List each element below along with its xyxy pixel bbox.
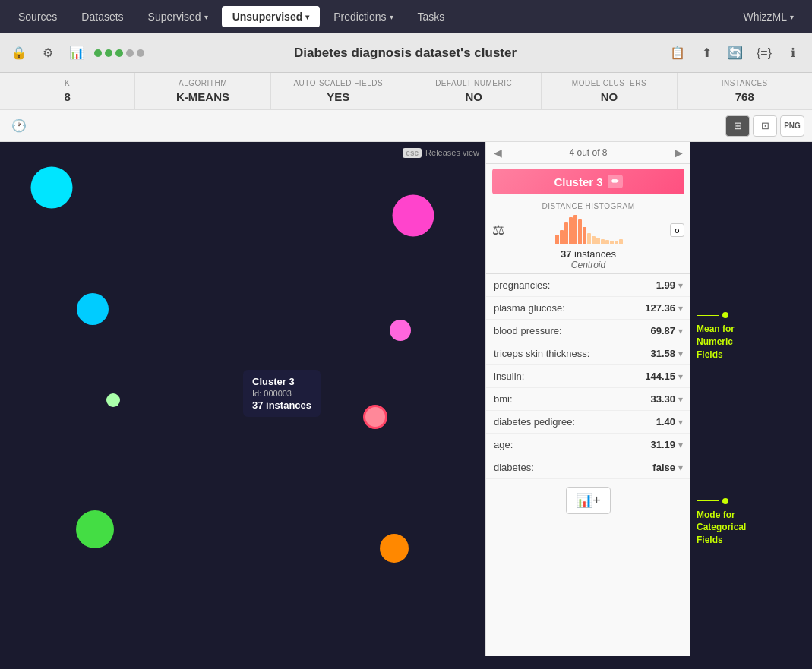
cluster-tooltip: Cluster 3 Id: 000003 37 instances (243, 370, 321, 417)
field-caret-4: ▾ (678, 371, 683, 382)
dot-2 (105, 49, 112, 57)
panel-nav: ◀ 4 out of 8 ▶ (486, 142, 690, 164)
field-diabetes[interactable]: diabetes: false ▾ (486, 456, 690, 479)
upload-icon[interactable]: ⬆ (695, 42, 718, 65)
bubble-magenta-large[interactable] (393, 195, 434, 237)
supervised-caret: ▾ (204, 13, 208, 21)
bubble-cyan-medium[interactable] (77, 293, 109, 325)
cluster-name: Cluster 3 (554, 175, 602, 188)
toolbar: 🔒 ⚙ 📊 Diabetes diagnosis dataset's clust… (0, 33, 812, 73)
field-insulin[interactable]: insulin: 144.15 ▾ (486, 365, 690, 388)
nav-predictions[interactable]: Predictions ▾ (323, 6, 403, 27)
predictions-caret: ▾ (390, 13, 393, 21)
bubble-cyan-large[interactable] (31, 167, 73, 209)
stat-instances: Instances 768 (678, 73, 812, 109)
progress-dots (94, 49, 144, 57)
balance-icon: ⚖ (492, 222, 504, 238)
info-icon[interactable]: ℹ (782, 42, 804, 65)
grid-btn[interactable]: ⊡ (753, 115, 777, 137)
ann-dot-numeric (722, 312, 728, 318)
bubble-green-large[interactable] (76, 510, 114, 548)
instances-text: 37 instances (561, 248, 616, 260)
nav-tasks[interactable]: Tasks (407, 6, 456, 27)
bubble-orange[interactable] (380, 534, 409, 563)
config-icon[interactable]: 📊 (65, 42, 88, 65)
panel-prev-btn[interactable]: ◀ (494, 147, 502, 159)
cluster-header: Cluster 3 ✏ (492, 169, 684, 194)
field-age[interactable]: age: 31.19 ▾ (486, 434, 690, 456)
field-plasma-glucose[interactable]: plasma glucose: 127.36 ▾ (486, 297, 690, 320)
field-caret-1: ▾ (678, 303, 683, 314)
edit-icon[interactable]: ✏ (608, 175, 623, 188)
whizzml-caret: ▾ (790, 13, 794, 21)
main-area: esc Releases view Cluster 3 Id: 000003 3… (0, 142, 812, 656)
annotation-categorical-text: Mode forCategoricalFields (697, 509, 806, 547)
model-icon[interactable]: ⚙ (36, 42, 59, 65)
histogram-bars (555, 213, 623, 244)
whizzml-menu[interactable]: WhizzML ▾ (732, 6, 804, 27)
hist-bar-11 (601, 239, 605, 244)
fields-list: pregnancies: 1.99 ▾ plasma glucose: 127.… (486, 274, 690, 479)
hist-bar-8 (587, 233, 591, 244)
scatter-btn[interactable]: ⊞ (725, 115, 750, 137)
field-triceps[interactable]: triceps skin thickness: 31.58 ▾ (486, 342, 690, 365)
lock-icon[interactable]: 🔒 (8, 42, 30, 65)
refresh-icon[interactable]: 🔄 (724, 42, 747, 65)
nav-datasets[interactable]: Datasets (71, 6, 134, 27)
hist-bar-6 (578, 219, 582, 244)
ann-dot-categorical (722, 498, 728, 504)
dot-5 (137, 49, 144, 57)
field-caret-2: ▾ (678, 326, 683, 336)
annotation-categorical: Mode forCategoricalFields (697, 498, 806, 547)
field-caret-0: ▾ (678, 280, 683, 291)
field-blood-pressure[interactable]: blood pressure: 69.87 ▾ (486, 320, 690, 342)
tooltip-id: Id: 000003 (252, 389, 311, 398)
hist-bar-3 (564, 222, 568, 244)
history-icon[interactable]: 🕐 (8, 115, 30, 137)
field-bmi[interactable]: bmi: 33.30 ▾ (486, 388, 690, 411)
hist-bar-14 (615, 241, 618, 244)
code-icon[interactable]: {=} (753, 42, 776, 65)
field-caret-5: ▾ (678, 394, 683, 405)
nav-sources[interactable]: Sources (8, 6, 68, 27)
hist-bar-15 (619, 239, 623, 244)
unsupervised-caret: ▾ (305, 13, 309, 21)
hist-bar-7 (583, 227, 586, 244)
panel-next-btn[interactable]: ▶ (675, 147, 683, 159)
dot-3 (115, 49, 123, 57)
centroid-label: Centroid (492, 260, 684, 270)
field-caret-6: ▾ (678, 417, 683, 428)
nav-supervised[interactable]: Supervised ▾ (137, 6, 219, 27)
sigma-btn[interactable]: σ (670, 223, 684, 237)
tooltip-title: Cluster 3 (252, 376, 311, 387)
esc-hint: esc Releases view (403, 148, 479, 157)
dot-4 (126, 49, 134, 57)
field-pregnancies[interactable]: pregnancies: 1.99 ▾ (486, 274, 690, 297)
png-btn[interactable]: PNG (780, 115, 804, 137)
stat-k: K 8 (0, 73, 135, 109)
hist-bar-5 (573, 215, 577, 244)
histogram-section: DISTANCE HISTOGRAM ⚖ (486, 199, 690, 274)
top-nav: Sources Datasets Supervised ▾ Unsupervis… (0, 0, 812, 33)
clipboard-icon[interactable]: 📋 (666, 42, 689, 65)
viz-controls: 🕐 ⊞ ⊡ PNG (0, 110, 812, 142)
field-caret-3: ▾ (678, 349, 683, 359)
page-title: Diabetes diagnosis dataset's cluster (150, 46, 660, 61)
hist-bar-9 (592, 236, 596, 244)
add-chart-btn[interactable]: 📊+ (566, 487, 611, 514)
bubble-cluster3[interactable] (363, 405, 387, 429)
field-diabetes-pedigree[interactable]: diabetes pedigree: 1.40 ▾ (486, 411, 690, 434)
dot-1 (94, 49, 102, 57)
hist-bar-2 (560, 230, 564, 244)
hist-bar-13 (610, 241, 614, 244)
bubble-magenta-small[interactable] (390, 320, 411, 341)
scatter-area[interactable]: esc Releases view Cluster 3 Id: 000003 3… (0, 142, 485, 656)
stat-default-numeric: Default Numeric NO (406, 73, 542, 109)
stat-model-clusters: Model Clusters NO (542, 73, 677, 109)
stat-autoscaled: Auto-Scaled Fields YES (271, 73, 406, 109)
annotations-panel: Mean forNumericFields Mode forCategorica… (690, 142, 812, 656)
bubble-lightgreen-small[interactable] (106, 393, 120, 407)
panel-footer: 📊+ (486, 479, 690, 522)
cluster-panel: ◀ 4 out of 8 ▶ Cluster 3 ✏ DISTANCE HIST… (485, 142, 690, 656)
nav-unsupervised[interactable]: Unsupervised ▾ (222, 6, 321, 27)
